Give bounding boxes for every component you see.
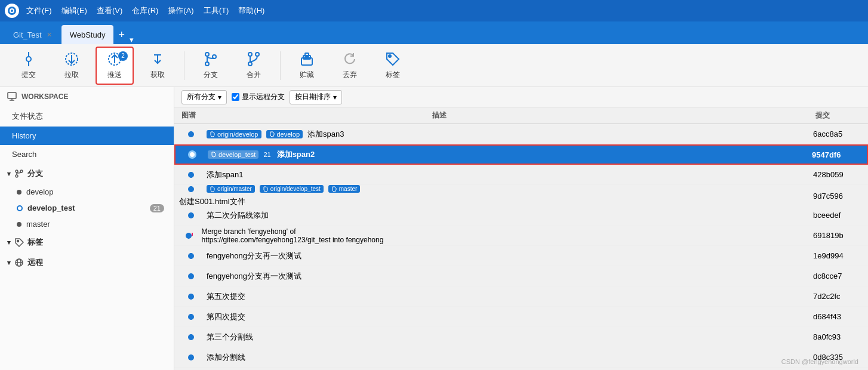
tags-label: 标签 — [27, 237, 43, 248]
branch-tag: origin/develop — [207, 130, 261, 138]
hash-cell: 9547df6 — [807, 150, 867, 159]
fetch-button[interactable]: 获取 — [138, 47, 177, 85]
commit-description: fengyehong分支再一次测试 — [207, 271, 301, 282]
tag-button[interactable]: 标签 — [374, 47, 412, 85]
branch-tag: master — [328, 185, 361, 193]
remote-section[interactable]: ▾ 远程 — [0, 252, 174, 273]
svg-point-12 — [205, 53, 209, 56]
title-bar: 文件(F) 编辑(E) 查看(V) 仓库(R) 操作(A) 工具(T) 帮助(H… — [0, 0, 868, 21]
table-row[interactable]: 第五次提交 7d2c2fc — [174, 286, 868, 307]
hash-cell: 428b059 — [808, 170, 868, 179]
pull-button[interactable]: 拉取 — [53, 47, 91, 85]
table-row[interactable]: fengyehong分支再一次测试 dc8cce7 — [174, 266, 868, 286]
branches-section[interactable]: ▾ 分支 — [0, 164, 174, 184]
sort-dropdown[interactable]: 按日期排序 ▾ — [290, 90, 342, 104]
tags-section[interactable]: ▾ 标签 — [0, 232, 174, 252]
tab-webstudy-label: WebStudy — [70, 30, 106, 39]
branches-label: 分支 — [27, 168, 43, 179]
sort-arrow-icon: ▾ — [333, 93, 337, 101]
branch-button[interactable]: 分支 — [192, 47, 230, 85]
table-row[interactable]: Merge branch 'fengyehong' of https://git… — [174, 226, 868, 246]
svg-point-13 — [205, 62, 209, 66]
table-row[interactable]: origin/develop develop 添加span3 6acc8a5 — [174, 124, 868, 144]
commit-description: Merge branch 'fengyehong' of https://git… — [201, 227, 420, 244]
table-row[interactable]: 删除所有的分割线 dad4a3a — [174, 368, 868, 370]
branch-filter-dropdown[interactable]: 所有分支 ▾ — [181, 90, 227, 104]
menu-edit[interactable]: 编辑(E) — [61, 5, 87, 16]
chevron-down-icon: ▾ — [7, 170, 11, 178]
branch-badge: 21 — [150, 204, 164, 212]
tab-dropdown-button[interactable]: ▾ — [130, 35, 134, 44]
merge-button[interactable]: 合并 — [235, 47, 273, 85]
remote-label: 远程 — [27, 257, 43, 268]
branch-item-develop[interactable]: develop — [0, 184, 174, 200]
header-hash: 提交 — [808, 110, 868, 121]
commit-button[interactable]: 提交 — [10, 47, 48, 85]
svg-point-18 — [256, 53, 259, 56]
fetch-label: 获取 — [150, 70, 165, 80]
branch-name: develop — [26, 187, 54, 196]
graph-cell: develop_test 21 添加span2 — [176, 149, 426, 160]
content-toolbar: 所有分支 ▾ 显示远程分支 按日期排序 ▾ — [174, 87, 868, 107]
sidebar-item-search[interactable]: Search — [0, 145, 174, 164]
header-graph: 图谱 — [174, 110, 425, 121]
sidebar-item-file-status[interactable]: 文件状态 — [0, 106, 174, 127]
svg-point-3 — [26, 57, 31, 61]
branch-tag: origin/develop_test — [260, 185, 324, 193]
table-row[interactable]: origin/master origin/develop_test master… — [174, 185, 868, 205]
branch-item-master[interactable]: master — [0, 216, 174, 232]
tag-label: 标签 — [386, 70, 400, 80]
commit-description: 添加span1 — [207, 169, 243, 180]
table-row[interactable]: 第二次分隔线添加 bceedef — [174, 205, 868, 226]
tab-git-test-close[interactable]: ✕ — [47, 31, 52, 39]
show-remote-checkbox-label[interactable]: 显示远程分支 — [232, 92, 285, 102]
toolbar: 提交 拉取 2 推送 获取 分支 — [0, 44, 868, 87]
menu-file[interactable]: 文件(F) — [26, 5, 52, 16]
table-row[interactable]: 添加分割线 0d8c335 — [174, 347, 868, 368]
tab-add-button[interactable]: + — [115, 25, 128, 44]
tab-git-test[interactable]: Git_Test ✕ — [5, 25, 60, 44]
menu-view[interactable]: 查看(V) — [97, 5, 122, 16]
stash-button[interactable]: 贮藏 — [288, 47, 326, 85]
commit-description: fengyehong分支再一次测试 — [207, 251, 301, 261]
svg-point-27 — [16, 170, 18, 172]
graph-cell: Merge branch 'fengyehong' of https://git… — [174, 227, 425, 244]
pull-label: 拉取 — [64, 70, 79, 80]
table-row[interactable]: 第四次提交 d684f43 — [174, 307, 868, 327]
menu-bar: 文件(F) 编辑(E) 查看(V) 仓库(R) 操作(A) 工具(T) 帮助(H… — [26, 5, 264, 16]
show-remote-checkbox[interactable] — [232, 93, 239, 101]
header-description: 描述 — [425, 110, 808, 121]
branch-name: master — [26, 220, 50, 229]
hash-cell: bceedef — [808, 211, 868, 220]
content-area: 所有分支 ▾ 显示远程分支 按日期排序 ▾ 图谱 描述 提交 — [174, 87, 868, 370]
app-logo — [5, 4, 19, 18]
discard-button[interactable]: 丢弃 — [331, 47, 369, 85]
graph-cell: fengyehong分支再一次测试 — [174, 251, 425, 261]
branch-item-develop-test[interactable]: develop_test 21 — [0, 200, 174, 216]
dropdown-arrow-icon: ▾ — [218, 93, 221, 101]
svg-point-31 — [17, 240, 19, 242]
commit-description: 添加span3 — [307, 129, 344, 140]
menu-tools[interactable]: 工具(T) — [204, 5, 229, 16]
table-row[interactable]: develop_test 21 添加span2 9547df6 — [174, 144, 868, 165]
table-row[interactable]: 第三个分割线 8a0fc93 — [174, 327, 868, 347]
branch-dot — [17, 190, 21, 195]
menu-help[interactable]: 帮助(H) — [238, 5, 264, 16]
commit-description: 创建S001.html文件 — [179, 196, 245, 207]
tab-webstudy[interactable]: WebStudy — [61, 25, 114, 44]
branch-name-current: develop_test — [27, 204, 75, 212]
hash-cell: 6acc8a5 — [808, 130, 868, 138]
menu-repo[interactable]: 仓库(R) — [132, 5, 158, 16]
svg-point-29 — [20, 170, 23, 172]
graph-cell: 第三个分割线 — [174, 332, 425, 343]
table-row[interactable]: 添加span1 428b059 — [174, 165, 868, 185]
push-button[interactable]: 2 推送 — [96, 47, 134, 85]
sidebar-item-history[interactable]: History — [0, 127, 174, 145]
chevron-right-icon: ▾ — [7, 259, 11, 267]
menu-action[interactable]: 操作(A) — [168, 5, 193, 16]
discard-label: 丢弃 — [343, 70, 357, 80]
commit-description: 第二次分隔线添加 — [207, 210, 269, 221]
commit-description: 第三个分割线 — [207, 332, 253, 343]
table-row[interactable]: fengyehong分支再一次测试 1e9d994 — [174, 246, 868, 266]
svg-rect-24 — [8, 92, 16, 98]
